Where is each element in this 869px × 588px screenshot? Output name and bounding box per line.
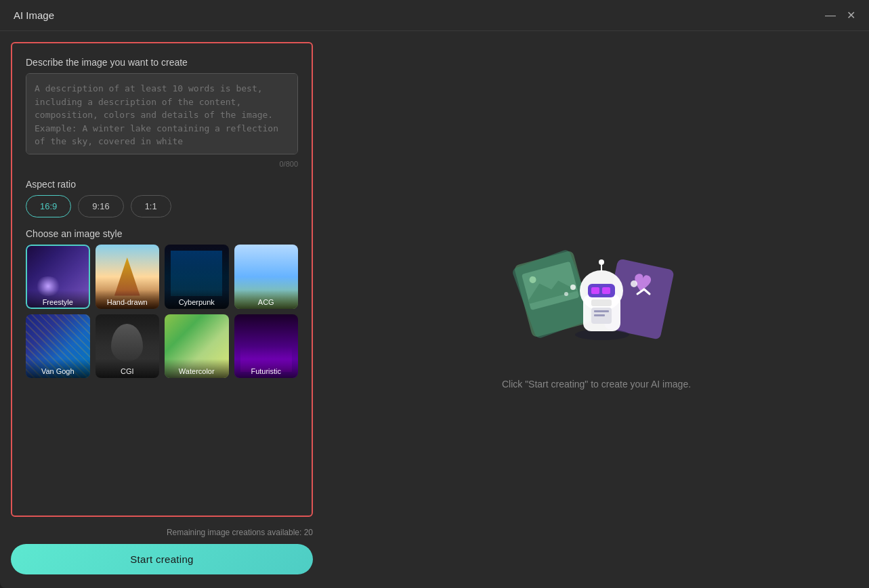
style-cgi[interactable]: CGI <box>96 314 160 379</box>
window-title: AI Image <box>14 9 54 21</box>
style-label-freestyle: Freestyle <box>26 290 90 309</box>
close-button[interactable]: ✕ <box>847 10 855 21</box>
svg-point-20 <box>631 280 637 287</box>
style-label-watercolor: Watercolor <box>165 359 229 378</box>
style-vangogh[interactable]: Van Gogh <box>26 314 90 379</box>
style-label: Choose an image style <box>26 228 298 239</box>
robot-illustration <box>502 230 692 365</box>
left-bottom: Remaining image creations available: 20 … <box>0 528 324 588</box>
style-watercolor[interactable]: Watercolor <box>165 314 229 379</box>
app-window: AI Image — ✕ Describe the image you want… <box>0 0 869 588</box>
aspect-buttons: 16:9 9:16 1:1 <box>26 195 298 217</box>
style-cyberpunk[interactable]: Cyberpunk <box>165 245 229 309</box>
aspect-1-1[interactable]: 1:1 <box>131 195 171 217</box>
char-count: 0/800 <box>26 160 298 168</box>
describe-section: Describe the image you want to create 0/… <box>26 57 298 168</box>
left-wrapper: Describe the image you want to create 0/… <box>0 31 324 588</box>
aspect-section: Aspect ratio 16:9 9:16 1:1 <box>26 179 298 217</box>
aspect-16-9[interactable]: 16:9 <box>26 195 71 217</box>
svg-rect-15 <box>594 314 605 316</box>
style-label-vangogh: Van Gogh <box>26 359 90 378</box>
window-controls: — ✕ <box>825 10 855 21</box>
style-label-cyberpunk: Cyberpunk <box>165 290 229 309</box>
style-section: Choose an image style Freestyle Hand-dra… <box>26 228 298 378</box>
style-handdrawn[interactable]: Hand-drawn <box>96 245 160 309</box>
svg-point-18 <box>570 285 576 290</box>
preview-hint: Click "Start creating" to create your AI… <box>502 379 691 390</box>
right-panel: Click "Start creating" to create your AI… <box>324 31 869 588</box>
describe-label: Describe the image you want to create <box>26 57 298 68</box>
style-label-cgi: CGI <box>96 359 160 378</box>
style-grid: Freestyle Hand-drawn Cyberpunk ACG <box>26 245 298 378</box>
style-label-futuristic: Futuristic <box>234 359 299 378</box>
description-input[interactable] <box>26 73 298 154</box>
start-creating-button[interactable]: Start creating <box>11 544 313 574</box>
style-label-handdrawn: Hand-drawn <box>96 290 160 309</box>
svg-point-17 <box>599 259 604 265</box>
aspect-9-16[interactable]: 9:16 <box>78 195 123 217</box>
svg-rect-11 <box>602 287 610 294</box>
svg-rect-10 <box>591 287 599 294</box>
svg-rect-14 <box>594 310 609 312</box>
style-futuristic[interactable]: Futuristic <box>234 314 299 379</box>
svg-point-19 <box>564 292 568 296</box>
minimize-button[interactable]: — <box>825 10 836 21</box>
remaining-text: Remaining image creations available: 20 <box>11 528 313 537</box>
aspect-label: Aspect ratio <box>26 179 298 190</box>
style-acg[interactable]: ACG <box>234 245 299 309</box>
main-content: Describe the image you want to create 0/… <box>0 31 869 588</box>
svg-rect-12 <box>591 299 612 306</box>
style-label-acg: ACG <box>234 290 299 309</box>
settings-panel: Describe the image you want to create 0/… <box>11 42 313 517</box>
style-freestyle[interactable]: Freestyle <box>26 245 90 309</box>
titlebar: AI Image — ✕ <box>0 0 869 31</box>
